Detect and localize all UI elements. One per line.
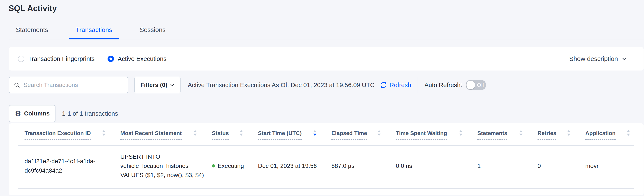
sort-icon (102, 130, 106, 136)
gear-icon: ⚙ (15, 110, 21, 117)
column-header-retries[interactable]: Retries (538, 130, 585, 145)
cell-retries: 0 (538, 161, 585, 171)
search-box (9, 77, 128, 93)
cell-time-spent-waiting: 0.0 ns (396, 161, 477, 171)
column-header-application[interactable]: Application (585, 130, 634, 145)
radio-unselected-icon (18, 56, 24, 62)
as-of-timestamp: Active Transaction Executions As Of: Dec… (188, 82, 374, 89)
columns-button[interactable]: ⚙ Columns (9, 105, 56, 122)
column-header-start-time[interactable]: Start Time (UTC) (258, 130, 332, 145)
sort-icon (194, 130, 197, 136)
table-row: da1f21e2-de71-4c1f-a1da-dc9fc94a84a2 UPS… (18, 146, 634, 189)
search-input[interactable] (9, 77, 128, 93)
results-count: 1-1 of 1 transactions (62, 110, 118, 117)
show-description-label: Show description (569, 55, 618, 62)
page-title: SQL Activity (8, 4, 644, 13)
search-icon (14, 82, 20, 88)
toolbar: Filters (0) Active Transaction Execution… (9, 76, 644, 94)
filters-label: Filters (0) (140, 82, 167, 88)
chevron-down-icon (622, 56, 627, 62)
toggle-knob-icon (466, 81, 475, 89)
column-header-transaction-execution-id[interactable]: Transaction Execution ID (18, 130, 120, 145)
column-header-time-spent-waiting[interactable]: Time Spent Waiting (396, 130, 477, 145)
filters-button[interactable]: Filters (0) (134, 77, 180, 93)
column-header-most-recent-statement[interactable]: Most Recent Statement (120, 130, 212, 145)
toggle-state-label: Off (477, 82, 484, 88)
sort-icon (519, 130, 522, 136)
column-header-statements[interactable]: Statements (477, 130, 538, 145)
column-header-elapsed-time[interactable]: Elapsed Time (332, 130, 396, 145)
cell-most-recent-statement: UPSERT INTO vehicle_location_histories V… (120, 152, 212, 180)
transactions-table: Transaction Execution ID Most Recent Sta… (9, 123, 644, 195)
refresh-label: Refresh (390, 82, 411, 89)
cell-statements: 1 (477, 161, 538, 171)
column-header-status[interactable]: Status (212, 130, 258, 145)
refresh-button[interactable]: Refresh (380, 81, 411, 89)
show-description-toggle[interactable]: Show description (569, 55, 627, 62)
cell-application: movr (585, 161, 634, 171)
sort-icon (567, 130, 570, 136)
sort-icon (378, 130, 381, 136)
sort-icon (627, 130, 630, 136)
sort-icon (459, 130, 462, 136)
cell-status: Executing (212, 161, 258, 171)
table-controls: ⚙ Columns 1-1 of 1 transactions (9, 105, 644, 122)
radio-label: Active Executions (118, 55, 167, 62)
status-dot-icon (212, 164, 215, 168)
sort-icon (240, 130, 243, 136)
radio-selected-icon (108, 56, 114, 62)
tab-bar: Statements Transactions Sessions (9, 26, 644, 39)
view-mode-radio-group: Transaction Fingerprints Active Executio… (18, 55, 167, 62)
tab-transactions[interactable]: Transactions (69, 26, 119, 39)
tab-sessions[interactable]: Sessions (133, 26, 172, 39)
auto-refresh-label: Auto Refresh: (424, 82, 462, 89)
cell-start-time: Dec 01, 2023 at 19:56 (258, 161, 332, 171)
cell-transaction-execution-id[interactable]: da1f21e2-de71-4c1f-a1da-dc9fc94a84a2 (18, 157, 114, 175)
auto-refresh-toggle[interactable]: Off (466, 80, 486, 90)
table-header-row: Transaction Execution ID Most Recent Sta… (18, 123, 634, 146)
sort-icon-active-desc (313, 130, 316, 136)
radio-label: Transaction Fingerprints (28, 55, 95, 62)
toolbar-divider (418, 77, 418, 93)
status-label: Executing (218, 161, 244, 171)
refresh-icon (380, 81, 387, 89)
columns-label: Columns (24, 110, 50, 117)
tab-statements[interactable]: Statements (9, 26, 55, 39)
view-options-card: Transaction Fingerprints Active Executio… (9, 47, 644, 70)
chevron-down-icon (170, 83, 174, 87)
radio-active-executions[interactable]: Active Executions (108, 55, 167, 62)
radio-transaction-fingerprints[interactable]: Transaction Fingerprints (18, 55, 95, 62)
cell-elapsed-time: 887.0 µs (332, 161, 396, 171)
